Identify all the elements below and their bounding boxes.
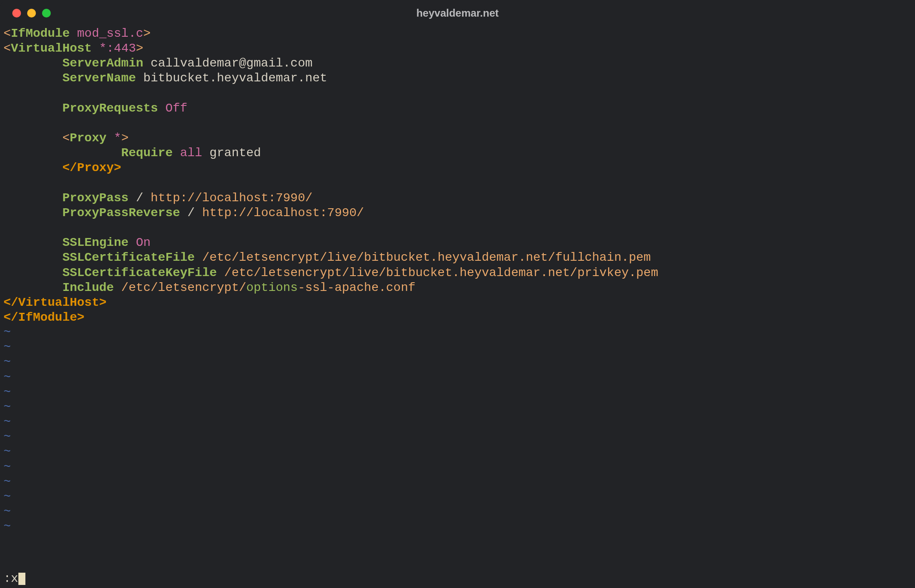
traffic-lights <box>12 9 51 18</box>
titlebar: heyvaldemar.net <box>0 0 915 26</box>
tag-close: > <box>143 27 151 40</box>
tag-open: < <box>4 42 11 55</box>
empty-line-tilde: ~ <box>4 340 911 355</box>
empty-lines: ~~~~~~~~~~~~~~ <box>0 325 915 534</box>
empty-line-tilde: ~ <box>4 475 911 490</box>
terminal-window: heyvaldemar.net <IfModule mod_ssl.c> <Vi… <box>0 0 915 588</box>
proxyrequests-val: Off <box>165 102 187 115</box>
proxy-tag: Proxy <box>70 131 106 145</box>
close-window-button[interactable] <box>12 9 21 18</box>
proxypassreverse-url: http://localhost:7990/ <box>202 206 364 220</box>
include-path-b: options <box>246 281 298 294</box>
proxy-close-tag: </Proxy> <box>62 161 121 175</box>
virtualhost-arg: *:443 <box>99 42 136 55</box>
proxypass-key: ProxyPass <box>62 191 128 205</box>
sslengine-val: On <box>136 236 151 249</box>
minimize-window-button[interactable] <box>27 9 36 18</box>
empty-line-tilde: ~ <box>4 490 911 504</box>
empty-line-tilde: ~ <box>4 415 911 430</box>
empty-line-tilde: ~ <box>4 355 911 370</box>
sslcertfile-key: SSLCertificateFile <box>62 251 194 264</box>
tag-close: > <box>136 42 143 55</box>
sslcertkeyfile-val: /etc/letsencrypt/live/bitbucket.heyvalde… <box>224 266 658 280</box>
tag-open: < <box>62 131 70 145</box>
sslcertkeyfile-key: SSLCertificateKeyFile <box>62 266 217 280</box>
require-val: granted <box>210 146 261 160</box>
serveradmin-key: ServerAdmin <box>62 56 143 70</box>
empty-line-tilde: ~ <box>4 430 911 444</box>
ifmodule-arg: mod_ssl.c <box>77 27 143 40</box>
ifmodule-close-tag: </IfModule> <box>4 311 84 324</box>
editor-content[interactable]: <IfModule mod_ssl.c> <VirtualHost *:443>… <box>0 26 915 325</box>
maximize-window-button[interactable] <box>42 9 51 18</box>
empty-line-tilde: ~ <box>4 504 911 519</box>
slash: / <box>187 206 195 220</box>
empty-line-tilde: ~ <box>4 400 911 415</box>
empty-line-tilde: ~ <box>4 325 911 340</box>
servername-val: bitbucket.heyvaldemar.net <box>143 71 327 85</box>
tag-close: > <box>121 131 129 145</box>
vim-command-text: :x <box>4 572 18 585</box>
slash: / <box>136 191 143 205</box>
virtualhost-close-tag: </VirtualHost> <box>4 296 106 309</box>
vim-command-line[interactable]: :x <box>4 572 911 585</box>
empty-line-tilde: ~ <box>4 519 911 534</box>
proxypass-url: http://localhost:7990/ <box>151 191 313 205</box>
tag-open: < <box>4 27 11 40</box>
sslengine-key: SSLEngine <box>62 236 128 249</box>
empty-line-tilde: ~ <box>4 370 911 385</box>
proxy-arg: * <box>114 131 121 145</box>
ifmodule-tag: IfModule <box>11 27 70 40</box>
empty-line-tilde: ~ <box>4 444 911 459</box>
require-arg: all <box>180 146 202 160</box>
require-key: Require <box>121 146 173 160</box>
proxypassreverse-key: ProxyPassReverse <box>62 206 180 220</box>
servername-key: ServerName <box>62 71 136 85</box>
proxyrequests-key: ProxyRequests <box>62 102 158 115</box>
include-path-c: -ssl-apache.conf <box>298 281 415 294</box>
include-path-a: /etc/letsencrypt/ <box>121 281 246 294</box>
cursor-block <box>18 573 25 585</box>
window-title: heyvaldemar.net <box>0 7 915 19</box>
serveradmin-val: callvaldemar@gmail.com <box>151 56 313 70</box>
virtualhost-tag: VirtualHost <box>11 42 92 55</box>
sslcertfile-val: /etc/letsencrypt/live/bitbucket.heyvalde… <box>202 251 651 264</box>
empty-line-tilde: ~ <box>4 385 911 400</box>
empty-line-tilde: ~ <box>4 460 911 475</box>
include-key: Include <box>62 281 114 294</box>
